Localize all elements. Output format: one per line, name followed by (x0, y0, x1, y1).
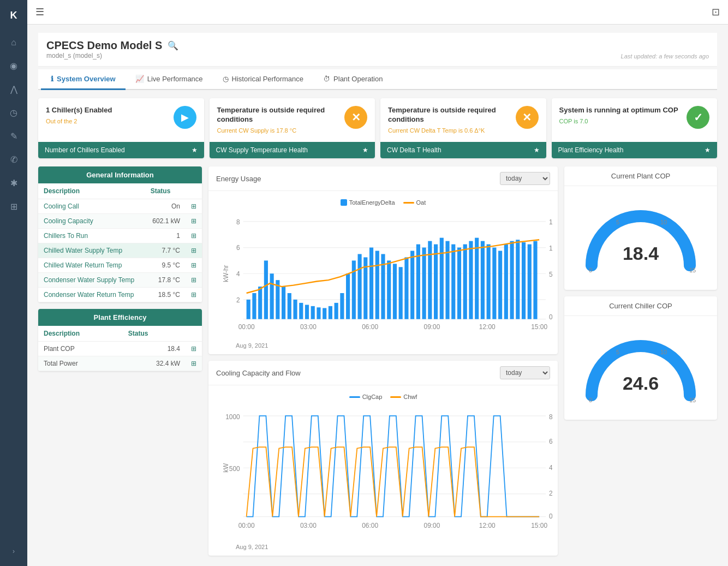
sidebar-icon-edit[interactable]: ✎ (0, 124, 27, 148)
table-row: Plant COP 18.4 ⊞ (38, 342, 202, 356)
cooling-chart-body: ClgCap Chwf (208, 385, 558, 555)
svg-text:12:00: 12:00 (479, 522, 496, 529)
svg-rect-50 (451, 245, 455, 319)
svg-rect-21 (282, 287, 285, 319)
svg-text:L/s: L/s (551, 464, 552, 473)
card3-title: Temperature is outside required conditio… (388, 106, 516, 124)
card2-star-icon[interactable]: ★ (362, 146, 368, 154)
svg-rect-28 (323, 308, 326, 319)
svg-rect-60 (510, 241, 514, 319)
svg-rect-25 (305, 305, 309, 319)
cell-chart-link[interactable]: ⊞ (186, 199, 202, 214)
card1-star-icon[interactable]: ★ (192, 146, 198, 154)
cell-status: On (145, 199, 186, 214)
svg-text:500: 500 (229, 466, 240, 473)
pe-col-chart-header (186, 326, 202, 342)
cell-chart-link[interactable]: ⊞ (186, 356, 202, 371)
svg-rect-36 (369, 248, 373, 319)
legend-oat: Oat (403, 199, 426, 206)
svg-text:°C: °C (551, 270, 552, 278)
cell-status: 7.7 °C (145, 243, 186, 258)
svg-text:00:00: 00:00 (238, 323, 255, 331)
header-search-icon[interactable]: 🔍 (168, 40, 178, 51)
app-logo[interactable]: K (6, 5, 22, 26)
cell-status: 32.4 kW (123, 356, 186, 371)
cell-chart-link[interactable]: ⊞ (186, 214, 202, 229)
svg-rect-19 (270, 273, 274, 319)
svg-text:09:00: 09:00 (424, 522, 440, 529)
content-area: CPECS Demo Model S 🔍 model_s (model_s) L… (27, 25, 728, 566)
svg-rect-39 (387, 260, 391, 319)
card4-title: System is running at optimum COP (559, 106, 678, 115)
card2-footer: CW Supply Temperature Health (216, 146, 308, 154)
cell-chart-link[interactable]: ⊞ (186, 273, 202, 288)
chiller-cop-value: 24.6 (623, 373, 659, 394)
chiller-cop-body: 0 5 10 15 24.6 (564, 316, 717, 420)
svg-rect-31 (340, 293, 344, 319)
page-title: CPECS Demo Model S (46, 39, 162, 52)
svg-text:06:00: 06:00 (362, 323, 378, 331)
sidebar-icon-monitor[interactable]: ◉ (0, 54, 27, 78)
page-header: CPECS Demo Model S 🔍 model_s (model_s) L… (38, 33, 717, 67)
svg-rect-46 (428, 241, 432, 319)
sidebar-icon-tool[interactable]: ✱ (0, 171, 27, 195)
plant-cop-value: 18.4 (623, 243, 659, 264)
svg-rect-57 (492, 248, 496, 319)
svg-text:0: 0 (549, 513, 552, 521)
tab-live-performance[interactable]: 📈 Live Performance (126, 69, 213, 90)
tab-history-icon: ◷ (223, 75, 229, 83)
tab-chart-icon: 📈 (135, 75, 144, 83)
svg-text:09:00: 09:00 (424, 323, 440, 331)
svg-text:1000: 1000 (225, 413, 240, 421)
card4-star-icon[interactable]: ★ (705, 146, 711, 154)
hamburger-icon[interactable]: ☰ (35, 6, 44, 18)
cell-desc: Cooling Call (38, 199, 145, 214)
svg-rect-51 (457, 248, 461, 319)
table-row: Condenser Water Return Temp 18.5 °C ⊞ (38, 288, 202, 302)
sidebar-icon-clock[interactable]: ◷ (0, 101, 27, 124)
sidebar-expand-button[interactable]: › (7, 542, 20, 561)
cell-chart-link[interactable]: ⊞ (186, 342, 202, 356)
tab-historical-performance[interactable]: ◷ Historical Performance (213, 69, 314, 90)
sidebar-icon-link[interactable]: ✆ (0, 148, 27, 171)
cell-chart-link[interactable]: ⊞ (186, 258, 202, 273)
cooling-chart-select[interactable]: today yesterday last 7 days (500, 366, 550, 379)
energy-chart-legend: TotalEnergyDelta Oat (214, 196, 552, 208)
sidebar-icon-home[interactable]: ⌂ (0, 31, 27, 54)
svg-text:10: 10 (660, 349, 667, 355)
energy-chart-card: Energy Usage today yesterday last 7 days… (208, 166, 558, 354)
status-card-efficiency: System is running at optimum COP COP is … (552, 98, 718, 158)
card1-title: 1 Chiller(s) Enabled (46, 106, 112, 115)
tab-plant-operation[interactable]: ⏱ Plant Operation (313, 69, 392, 90)
cell-desc: Cooling Capacity (38, 214, 145, 229)
cell-chart-link[interactable]: ⊞ (186, 288, 202, 302)
plant-cop-card: Current Plant COP 0 5 10 15 (564, 166, 717, 290)
sidebar: K ⌂ ◉ ⋀ ◷ ✎ ✆ ✱ ⊞ › (0, 0, 27, 566)
card3-star-icon[interactable]: ★ (534, 146, 540, 154)
cell-status: 602.1 kW (145, 214, 186, 229)
tab-system-overview[interactable]: ℹ System Overview (41, 69, 126, 90)
svg-text:5: 5 (616, 349, 619, 355)
svg-rect-41 (399, 267, 403, 319)
svg-rect-34 (358, 254, 362, 319)
sidebar-icon-box[interactable]: ⊞ (0, 195, 27, 218)
svg-rect-56 (487, 245, 491, 319)
svg-text:15: 15 (689, 267, 696, 273)
card2-title: Temperature is outside required conditio… (217, 106, 345, 124)
card1-icon: ▶ (174, 106, 196, 129)
plant-cop-gauge-svg: 0 5 10 15 18.4 (581, 202, 701, 273)
energy-chart-select[interactable]: today yesterday last 7 days (500, 172, 550, 185)
svg-text:00:00: 00:00 (238, 522, 255, 529)
tab-bar: ℹ System Overview 📈 Live Performance ◷ H… (38, 69, 717, 90)
svg-text:6: 6 (236, 244, 240, 252)
table-row: Cooling Call On ⊞ (38, 199, 202, 214)
cell-chart-link[interactable]: ⊞ (186, 243, 202, 258)
svg-rect-64 (533, 241, 537, 319)
sidebar-icon-chart[interactable]: ⋀ (0, 78, 27, 101)
svg-rect-54 (475, 238, 479, 319)
bookmark-icon[interactable]: ⊡ (712, 7, 720, 17)
cell-chart-link[interactable]: ⊞ (186, 229, 202, 243)
cooling-chart-svg: 1000 500 kW 80 60 40 20 0 L/s (214, 403, 552, 539)
svg-rect-55 (481, 241, 485, 319)
general-info-header: General Information (38, 166, 202, 183)
